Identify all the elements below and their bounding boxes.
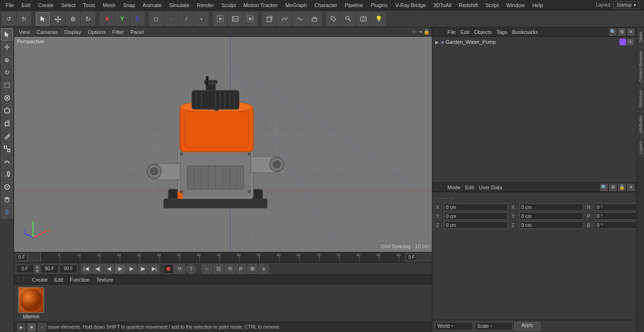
menu-pipeline[interactable]: Pipeline	[341, 1, 367, 9]
transport-grid[interactable]: ⊞	[247, 264, 257, 274]
tool-polygon[interactable]	[1, 105, 13, 117]
menu-vray[interactable]: V-Ray Bridge	[392, 1, 430, 9]
viewport-icon-expand[interactable]: ⊹	[412, 29, 416, 35]
transport-last[interactable]: ▶|	[149, 264, 159, 274]
input-y-pos[interactable]	[444, 212, 508, 220]
mat-menu-edit[interactable]: Edit	[52, 276, 65, 283]
start-frame-input[interactable]	[16, 265, 34, 273]
tool-paint[interactable]	[1, 168, 13, 180]
render-anim-button[interactable]	[243, 12, 257, 25]
paint-button[interactable]	[326, 12, 340, 25]
menu-mograph[interactable]: MoGraph	[281, 1, 311, 9]
om-menu-bookmarks[interactable]: Bookmarks	[510, 28, 540, 36]
input-p[interactable]	[595, 212, 636, 220]
redo-button[interactable]: ↻	[17, 12, 31, 25]
vtab-structure[interactable]: Structure	[637, 86, 644, 112]
status-icon-stop[interactable]: ■	[27, 323, 36, 332]
layout-dropdown[interactable]: Startup ▾	[613, 1, 639, 8]
move-button[interactable]	[51, 12, 65, 25]
vtab-takes[interactable]: Takes	[637, 27, 644, 47]
menu-file[interactable]: File	[2, 1, 18, 9]
tool-rotate[interactable]: ↻	[1, 66, 13, 79]
viewport-icon-arrows[interactable]: ⇥	[418, 29, 422, 35]
menu-create[interactable]: Create	[34, 1, 58, 9]
menu-script[interactable]: Script	[482, 1, 503, 9]
menu-select[interactable]: Select	[58, 1, 80, 9]
attr-close-button[interactable]: ✕	[627, 184, 635, 191]
om-search-button[interactable]: 🔍	[609, 28, 617, 36]
input-z-pos[interactable]	[444, 221, 508, 229]
menu-mesh[interactable]: Mesh	[99, 1, 119, 9]
axis-x-button[interactable]: X	[100, 12, 114, 25]
frame-up-btn[interactable]: ▲	[35, 265, 40, 269]
points-mode-button[interactable]: ·	[164, 12, 178, 25]
viewport-menu-view[interactable]: View	[16, 28, 33, 36]
transport-play[interactable]: ▶	[115, 264, 125, 274]
timeline-frame-input[interactable]: 0 F	[16, 254, 27, 261]
menu-sculpt[interactable]: Sculpt	[218, 1, 240, 9]
transport-power[interactable]: P	[236, 264, 246, 274]
status-icon-circle[interactable]: ○	[38, 323, 46, 332]
material-item-biltemm[interactable]: biltemm	[18, 287, 44, 319]
viewport-3d[interactable]: .gline{stroke:#999;stroke-width:0.5;opac…	[14, 37, 432, 252]
mat-menu-create[interactable]: Create	[30, 276, 50, 283]
select-mode-button[interactable]	[36, 12, 50, 25]
tool-select[interactable]	[1, 28, 13, 40]
om-menu-tags[interactable]: Tags	[495, 28, 509, 36]
tool-extrude[interactable]	[1, 117, 13, 130]
om-settings-button[interactable]: ⚙	[618, 28, 626, 36]
camera-button[interactable]	[356, 12, 371, 25]
input-h[interactable]	[595, 203, 636, 211]
axis-z-button[interactable]: Z	[130, 12, 144, 25]
scale-dropdown[interactable]: Scale ▾	[475, 322, 512, 331]
transport-scale-keys[interactable]: ⊡	[213, 264, 223, 274]
transport-help[interactable]: ?	[186, 264, 196, 274]
input-x-pos[interactable]	[444, 203, 508, 211]
status-icon-play[interactable]: ▶	[17, 323, 25, 332]
om-visibility-btn[interactable]: 👁	[627, 39, 634, 45]
viewport-menu-cameras[interactable]: Cameras	[34, 28, 61, 36]
light-button[interactable]: 💡	[372, 12, 386, 25]
menu-edit[interactable]: Edit	[18, 1, 34, 9]
cube-button[interactable]	[262, 12, 276, 25]
vtab-attributes[interactable]: Attributes	[637, 111, 644, 137]
menu-snap[interactable]: Snap	[119, 1, 139, 9]
input-z2[interactable]	[520, 221, 583, 229]
attr-lock-button[interactable]: 🔒	[618, 184, 626, 191]
knife-button[interactable]	[341, 12, 355, 25]
transport-autokey[interactable]: ⟲	[224, 264, 235, 274]
tool-scale[interactable]: ⊕	[1, 54, 13, 66]
transport-prev-key[interactable]: ◀|	[92, 264, 103, 274]
tool-grab[interactable]	[1, 194, 13, 206]
polygons-mode-button[interactable]: ▪	[194, 12, 208, 25]
transport-next-frame[interactable]: ▶	[126, 264, 137, 274]
viewport-icon-lock[interactable]: 🔒	[423, 29, 430, 35]
input-b[interactable]	[595, 221, 636, 229]
viewport-menu-panel[interactable]: Panel	[128, 28, 147, 36]
om-menu-file[interactable]: File	[446, 28, 458, 36]
om-color-chip[interactable]	[619, 39, 626, 45]
menu-redshift[interactable]: Redshift	[455, 1, 481, 9]
menu-simulate[interactable]: Simulate	[165, 1, 193, 9]
menu-render[interactable]: Render	[193, 1, 218, 9]
preview-end-input[interactable]	[59, 265, 77, 273]
world-dropdown[interactable]: World ▾	[435, 322, 473, 331]
tool-sculpt[interactable]	[1, 181, 13, 193]
transport-first[interactable]: |◀	[81, 264, 91, 274]
frame-down-btn[interactable]: ▼	[35, 269, 40, 273]
transport-settings[interactable]: ≡	[258, 264, 269, 274]
rotate-button[interactable]: ↻	[81, 12, 95, 25]
render-frame-button[interactable]	[213, 12, 227, 25]
input-x2[interactable]	[520, 203, 583, 211]
mat-menu-function[interactable]: Function	[68, 276, 91, 283]
transport-prev-frame[interactable]: ◀	[104, 264, 114, 274]
transport-record[interactable]	[163, 264, 173, 274]
attr-settings-button[interactable]: ⚙	[609, 184, 617, 191]
attr-search-button[interactable]: 🔍	[600, 184, 608, 191]
attr-menu-userdata[interactable]: User Data	[477, 184, 504, 191]
scale-button[interactable]: ⊕	[66, 12, 80, 25]
apply-button[interactable]: Apply	[514, 322, 540, 331]
tool-snake-hook[interactable]: S	[1, 206, 13, 219]
timeline-end-input[interactable]: 0 F	[406, 254, 417, 261]
mat-menu-texture[interactable]: Texture	[94, 276, 115, 283]
